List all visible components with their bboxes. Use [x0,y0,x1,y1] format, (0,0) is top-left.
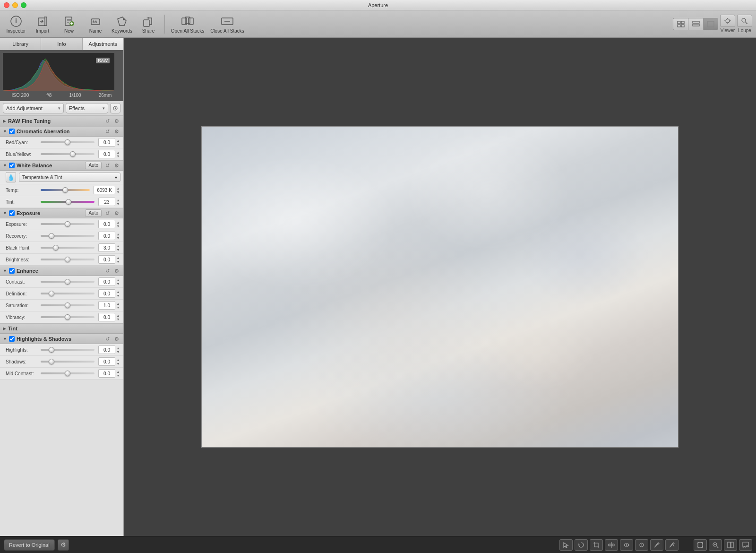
red-cyan-thumb[interactable] [65,139,70,145]
raw-ft-settings[interactable]: ⚙ [113,117,120,125]
shadows-slider[interactable] [41,361,94,363]
straighten-tool-button[interactable] [605,539,618,551]
add-adjustment-dropdown[interactable]: Add Adjustment ▾ [3,103,64,113]
name-button[interactable]: Name [83,12,108,36]
chromatic-aberration-header[interactable]: ▼ Chromatic Aberration ↺ ⚙ [0,126,123,137]
inspector-button[interactable]: i Inspector [4,12,28,36]
hs-reset[interactable]: ↺ [103,335,111,343]
black-point-down[interactable]: ▼ [116,248,120,251]
definition-thumb[interactable] [49,291,54,296]
red-cyan-down[interactable]: ▼ [116,142,120,146]
new-button[interactable]: New [57,12,81,36]
blue-yellow-down[interactable]: ▼ [116,154,120,158]
recovery-slider[interactable] [41,235,94,237]
zoom-fit-button[interactable] [694,539,707,551]
temp-slider[interactable] [41,189,90,191]
brush-tool-button[interactable] [650,539,663,551]
exposure-down[interactable]: ▼ [116,224,120,228]
mid-contrast-up[interactable]: ▲ [116,370,120,373]
filmstrip-settings-button[interactable]: ⚙ [58,539,69,551]
spot-tool-button[interactable] [635,539,648,551]
blue-yellow-up[interactable]: ▲ [116,150,120,154]
brightness-up[interactable]: ▲ [116,256,120,259]
mid-contrast-down[interactable]: ▼ [116,373,120,377]
saturation-slider[interactable] [41,304,94,306]
shadows-up[interactable]: ▲ [116,358,120,362]
wb-checkbox[interactable] [9,163,15,168]
contrast-up[interactable]: ▲ [116,278,120,282]
recovery-up[interactable]: ▲ [116,232,120,236]
contrast-slider[interactable] [41,281,94,283]
exposure-checkbox[interactable] [9,210,15,216]
enhance-header[interactable]: ▼ Enhance ↺ ⚙ [0,266,123,276]
enhance-checkbox[interactable] [9,268,15,274]
tint-up[interactable]: ▲ [116,198,120,202]
white-balance-header[interactable]: ▼ White Balance Auto ↺ ⚙ [0,160,123,171]
vibrancy-thumb[interactable] [65,314,70,320]
viewer-area[interactable] [124,38,756,536]
saturation-down[interactable]: ▼ [116,305,120,309]
wb-reset[interactable]: ↺ [103,162,111,169]
info-overlay-button[interactable] [739,539,752,551]
blue-yellow-thumb[interactable] [70,151,76,157]
enhance-reset[interactable]: ↺ [103,267,111,275]
grid-view-button[interactable] [673,18,688,30]
exposure-slider[interactable] [41,223,94,225]
black-point-thumb[interactable] [53,245,59,251]
viewer-view-button[interactable] [703,18,718,30]
recovery-down[interactable]: ▼ [116,236,120,240]
rotate-tool-button[interactable] [575,539,588,551]
highlights-thumb[interactable] [49,347,54,353]
brightness-thumb[interactable] [65,257,70,262]
blue-yellow-slider[interactable] [41,153,94,155]
eyedropper-button[interactable]: 💧 [6,172,16,182]
adjustment-options-button[interactable] [110,103,120,113]
brightness-slider[interactable] [41,259,94,260]
info-tab[interactable]: Info [41,38,82,50]
loupe-button[interactable] [737,15,752,27]
definition-up[interactable]: ▲ [116,290,120,294]
adjustments-tab[interactable]: Adjustments [83,38,123,50]
temp-down[interactable]: ▼ [116,190,120,194]
black-point-slider[interactable] [41,247,94,249]
saturation-thumb[interactable] [65,302,70,308]
revert-to-original-button[interactable]: Revert to Original [4,539,55,551]
tint-header[interactable]: ▶ Tint [0,323,123,334]
definition-slider[interactable] [41,293,94,294]
effects-dropdown[interactable]: Effects ▾ [66,103,108,113]
mid-contrast-thumb[interactable] [65,371,70,376]
contrast-thumb[interactable] [65,279,70,285]
exposure-header[interactable]: ▼ Exposure Auto ↺ ⚙ [0,208,123,218]
keywords-button[interactable]: Keywords [110,12,134,36]
close-all-stacks-button[interactable]: Close All Stacks [208,12,246,36]
crop-tool-button[interactable] [590,539,603,551]
hs-checkbox[interactable] [9,336,15,342]
temp-up[interactable]: ▲ [116,186,120,190]
adjustment-brush-button[interactable] [665,539,679,551]
vibrancy-up[interactable]: ▲ [116,313,120,317]
highlights-up[interactable]: ▲ [116,346,120,350]
brightness-down[interactable]: ▼ [116,259,120,263]
zoom-in-button[interactable] [709,539,722,551]
hs-settings[interactable]: ⚙ [113,335,120,343]
contrast-down[interactable]: ▼ [116,282,120,285]
maximize-button[interactable] [21,2,26,8]
raw-fine-tuning-header[interactable]: ▶ RAW Fine Tuning ↺ ⚙ [0,116,123,126]
wb-auto-badge[interactable]: Auto [85,162,102,169]
secondary-viewer-button[interactable] [724,539,737,551]
mid-contrast-slider[interactable] [41,372,94,374]
adjustments-panel[interactable]: Add Adjustment ▾ Effects ▾ ▶ RAW Fine Tu… [0,101,123,536]
vibrancy-down[interactable]: ▼ [116,317,120,321]
enhance-settings[interactable]: ⚙ [113,267,120,275]
temp-thumb[interactable] [62,187,68,193]
highlights-down[interactable]: ▼ [116,350,120,354]
saturation-up[interactable]: ▲ [116,302,120,305]
red-cyan-slider[interactable] [41,141,94,143]
exposure-thumb[interactable] [65,221,70,227]
highlights-slider[interactable] [41,349,94,351]
highlights-shadows-header[interactable]: ▼ Highlights & Shadows ↺ ⚙ [0,334,123,344]
close-button[interactable] [4,2,9,8]
share-button[interactable]: Share [136,12,161,36]
shadows-down[interactable]: ▼ [116,362,120,365]
exposure-settings[interactable]: ⚙ [113,209,120,217]
